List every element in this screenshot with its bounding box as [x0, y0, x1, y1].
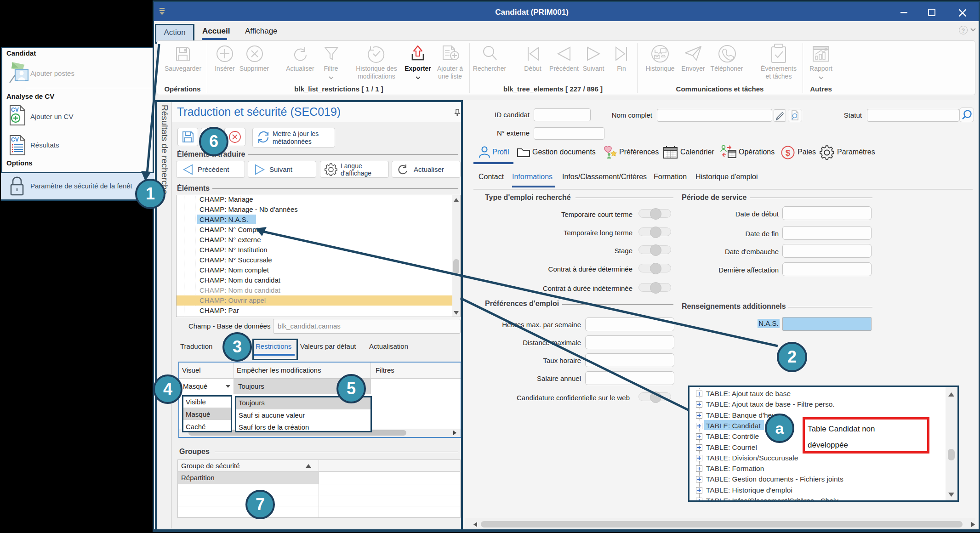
svg-text:$: $	[786, 148, 791, 158]
svg-text:CV: CV	[11, 136, 19, 143]
svg-text:CV: CV	[11, 107, 19, 113]
